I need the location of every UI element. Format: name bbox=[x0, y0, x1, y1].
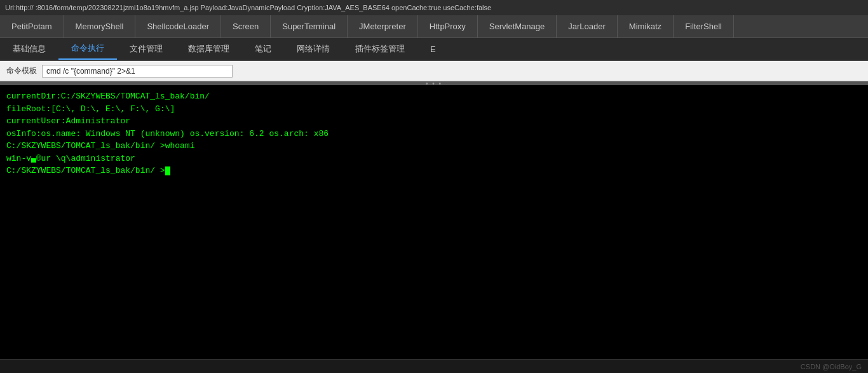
tab-petit-potam[interactable]: PetitPotam bbox=[0, 15, 64, 37]
tab-shellcode-loader[interactable]: ShellcodeLoader bbox=[135, 15, 221, 37]
resize-dots: • • • bbox=[426, 80, 442, 87]
terminal-line: fileRoot:[C:\, D:\, E:\, F:\, G:\] bbox=[6, 103, 862, 116]
nav-bar: 基础信息命令执行文件管理数据库管理笔记网络详情插件标签管理E bbox=[0, 38, 868, 61]
url-bar: Url:http:// :8016/form/temp/202308221jzm… bbox=[0, 0, 868, 15]
tab-jar-loader[interactable]: JarLoader bbox=[557, 15, 618, 37]
nav-plugin-mgmt[interactable]: 插件标签管理 bbox=[342, 38, 417, 60]
nav-notes[interactable]: 笔记 bbox=[242, 38, 284, 60]
nav-basic-info[interactable]: 基础信息 bbox=[0, 38, 58, 60]
tab-filter-shell[interactable]: FilterShell bbox=[674, 15, 734, 37]
nav-cmd-exec[interactable]: 命令执行 bbox=[58, 38, 117, 60]
tab-jmeterpreter[interactable]: JMeterpreter bbox=[348, 15, 418, 37]
tab-mimikatz[interactable]: Mimikatz bbox=[618, 15, 674, 37]
nav-extra[interactable]: E bbox=[417, 38, 449, 60]
tab-super-terminal[interactable]: SuperTerminal bbox=[271, 15, 348, 37]
tab-bar: PetitPotamMemoryShellShellcodeLoaderScre… bbox=[0, 15, 868, 38]
terminal-cursor bbox=[165, 166, 170, 175]
terminal-line: C:/SKZYWEBS/TOMCAT_ls_bak/bin/ >whoami bbox=[6, 140, 862, 153]
cmd-template-label: 命令模板 bbox=[6, 65, 37, 76]
tab-screen[interactable]: Screen bbox=[221, 15, 271, 37]
terminal[interactable]: currentDir:C:/SKZYWEBS/TOMCAT_ls_bak/bin… bbox=[0, 85, 868, 359]
nav-db-mgmt[interactable]: 数据库管理 bbox=[175, 38, 242, 60]
terminal-line: currentUser:Administrator bbox=[6, 115, 862, 128]
footer: CSDN @OidBoy_G bbox=[0, 359, 868, 373]
tab-memory-shell[interactable]: MemoryShell bbox=[64, 15, 136, 37]
url-text: Url:http:// :8016/form/temp/202308221jzm… bbox=[5, 4, 491, 11]
tab-servlet-manage[interactable]: ServletManage bbox=[478, 15, 557, 37]
cmd-template-input[interactable] bbox=[42, 65, 233, 78]
nav-network-detail[interactable]: 网络详情 bbox=[284, 38, 342, 60]
terminal-line: currentDir:C:/SKZYWEBS/TOMCAT_ls_bak/bin… bbox=[6, 90, 862, 103]
nav-file-mgmt[interactable]: 文件管理 bbox=[117, 38, 175, 60]
terminal-line: win-v▄®ur \q\administrator bbox=[6, 153, 862, 165]
terminal-line: osInfo:os.name: Windows NT (unknown) os.… bbox=[6, 128, 862, 140]
footer-text: CSDN @OidBoy_G bbox=[801, 363, 862, 370]
tab-http-proxy[interactable]: HttpProxy bbox=[418, 15, 478, 37]
cmd-template-bar: 命令模板 bbox=[0, 61, 868, 81]
terminal-line: C:/SKZYWEBS/TOMCAT_ls_bak/bin/ > bbox=[6, 165, 862, 177]
